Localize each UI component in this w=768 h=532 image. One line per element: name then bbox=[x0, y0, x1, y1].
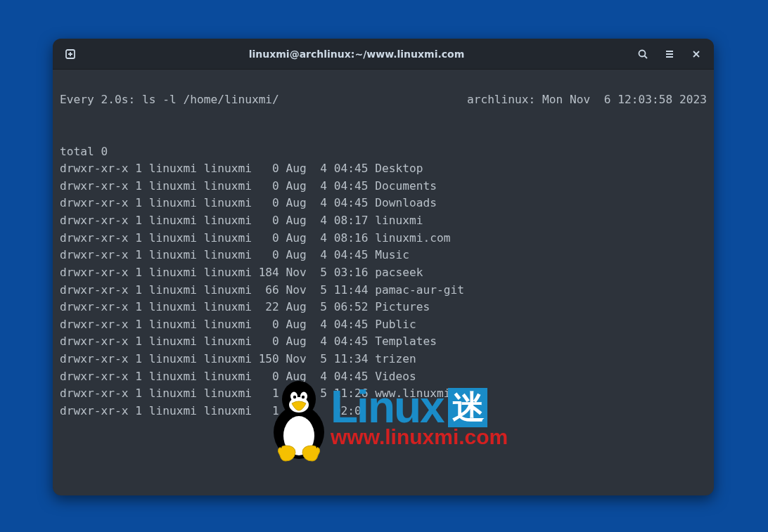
titlebar: linuxmi@archlinux:~/www.linuxmi.com bbox=[53, 39, 714, 70]
watermark: Linux 迷 www.linuxmi.com bbox=[260, 372, 508, 464]
total-line: total 0 bbox=[60, 145, 108, 158]
watermark-brand: Linux bbox=[331, 387, 444, 428]
watermark-url: www.linuxmi.com bbox=[331, 425, 508, 449]
watch-command: Every 2.0s: ls -l /home/linuxmi/ bbox=[60, 91, 279, 109]
svg-point-3 bbox=[639, 50, 646, 56]
window-title: linuxmi@archlinux:~/www.linuxmi.com bbox=[82, 48, 631, 60]
watermark-suffix: 迷 bbox=[448, 388, 487, 427]
tux-icon bbox=[260, 372, 338, 464]
plus-square-icon bbox=[65, 48, 76, 60]
close-button[interactable] bbox=[684, 44, 708, 65]
watch-host-time: archlinux: Mon Nov 6 12:03:58 2023 bbox=[467, 91, 707, 109]
svg-point-16 bbox=[293, 396, 296, 398]
svg-point-17 bbox=[302, 396, 305, 398]
hamburger-icon bbox=[664, 48, 675, 60]
close-icon bbox=[691, 48, 702, 60]
search-icon bbox=[637, 48, 648, 60]
new-tab-button[interactable] bbox=[58, 44, 82, 65]
search-button[interactable] bbox=[631, 44, 655, 65]
menu-button[interactable] bbox=[658, 44, 681, 65]
svg-line-4 bbox=[645, 56, 648, 58]
